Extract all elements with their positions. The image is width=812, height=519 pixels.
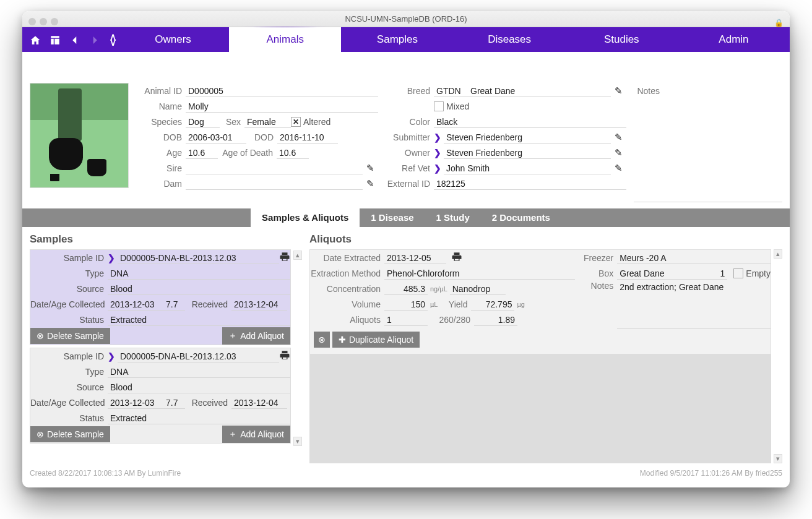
edit-icon[interactable]: ✎ — [363, 178, 378, 189]
label-species: Species — [137, 117, 186, 127]
subtab-2-documents[interactable]: 2 Documents — [481, 208, 561, 227]
field-refvet[interactable]: John Smith — [444, 162, 611, 174]
nav-tab-diseases[interactable]: Diseases — [454, 27, 566, 52]
close-circle-icon: ⊗ — [37, 331, 44, 341]
field-breed-code[interactable]: GTDN — [434, 85, 468, 97]
field-sex[interactable]: Female — [244, 116, 291, 128]
add-aliquot-button[interactable]: ＋ Add Aliquot — [222, 426, 290, 443]
nav-tab-owners[interactable]: Owners — [117, 27, 229, 52]
field-conc-method[interactable]: Nanodrop — [450, 283, 506, 295]
scroll-up-icon[interactable]: ▴ — [774, 249, 782, 259]
subtab-1-study[interactable]: 1 Study — [425, 208, 481, 227]
delete-aliquot-button[interactable]: ⊗ — [314, 332, 330, 348]
label-refvet: Ref Vet — [386, 163, 434, 173]
checkbox-empty[interactable] — [733, 268, 743, 278]
field-sire[interactable] — [186, 162, 363, 174]
field-sample-type[interactable]: DNA — [108, 366, 290, 378]
field-sample-source[interactable]: Blood — [108, 381, 290, 393]
label-mixed: Mixed — [446, 101, 469, 111]
field-name[interactable]: Molly — [186, 100, 378, 113]
footer-modified: Modified 9/5/2017 11:01:26 AM By fried25… — [640, 469, 782, 478]
label-volume: Volume — [310, 299, 384, 309]
field-freezer[interactable]: Meurs -20 A — [617, 252, 771, 264]
print-icon[interactable] — [279, 350, 290, 362]
subtab-samples-aliquots[interactable]: Samples & Aliquots — [251, 208, 360, 227]
field-color[interactable]: Black — [434, 116, 626, 128]
chevron-right-icon[interactable]: ❯ — [108, 253, 118, 263]
field-sample-collected[interactable]: 2013-12-03 — [108, 397, 163, 409]
label-age-death: Age of Death — [218, 148, 277, 158]
edit-icon[interactable]: ✎ — [611, 85, 626, 97]
nav-tab-samples[interactable]: Samples — [341, 27, 453, 52]
field-owner[interactable]: Steven Friedenberg — [444, 147, 611, 159]
field-notes[interactable] — [634, 98, 782, 202]
field-dob[interactable]: 2006-03-01 — [186, 131, 246, 144]
window-traffic-lights[interactable] — [28, 15, 62, 31]
chevron-right-icon[interactable]: ❯ — [108, 351, 118, 361]
checkbox-mixed[interactable] — [434, 101, 444, 111]
field-yield[interactable]: 72.795 — [471, 298, 514, 311]
scroll-down-icon[interactable]: ▾ — [293, 437, 302, 446]
field-submitter[interactable]: Steven Friedenberg — [444, 131, 611, 144]
field-sample-collected[interactable]: 2013-12-03 — [108, 298, 163, 311]
field-aliquots[interactable]: 1 — [384, 314, 428, 326]
field-sample-id[interactable]: D000005-DNA-BL-2013.12.03 — [118, 350, 279, 362]
chevron-right-icon[interactable]: ❯ — [434, 163, 444, 173]
animal-photo[interactable] — [30, 83, 129, 188]
edit-icon[interactable]: ✎ — [363, 163, 378, 174]
field-sample-age[interactable]: 7.7 — [163, 397, 185, 409]
field-sample-status[interactable]: Extracted — [108, 314, 290, 326]
field-breed-name[interactable]: Great Dane — [468, 85, 611, 97]
field-age-death[interactable]: 10.6 — [277, 147, 309, 159]
field-sample-received[interactable]: 2013-12-04 — [231, 298, 287, 311]
nav-back-icon[interactable] — [69, 33, 80, 46]
field-concentration[interactable]: 485.3 — [384, 283, 428, 295]
label-yield: Yield — [440, 299, 471, 309]
field-sample-received[interactable]: 2013-12-04 — [231, 397, 287, 409]
edit-icon[interactable]: ✎ — [611, 147, 626, 158]
nav-updown-icon[interactable]: ∧∨ — [109, 35, 117, 45]
field-box-num[interactable]: 1 — [709, 267, 727, 280]
field-date-extracted[interactable]: 2013-12-05 — [384, 252, 446, 264]
field-sample-age[interactable]: 7.7 — [163, 298, 185, 311]
plus-icon: ＋ — [228, 429, 237, 440]
scroll-down-icon[interactable]: ▾ — [774, 454, 782, 463]
field-dod[interactable]: 2016-11-10 — [277, 131, 338, 144]
field-dam[interactable] — [186, 178, 363, 190]
field-age[interactable]: 10.6 — [186, 147, 218, 159]
nav-tab-admin[interactable]: Admin — [678, 27, 790, 52]
edit-icon[interactable]: ✎ — [611, 163, 626, 174]
edit-icon[interactable]: ✎ — [611, 132, 626, 143]
checkbox-altered[interactable]: ✕ — [291, 117, 301, 127]
delete-sample-button[interactable]: ⊗ Delete Sample — [30, 328, 110, 344]
subtab-1-disease[interactable]: 1 Disease — [360, 208, 425, 227]
layout-icon[interactable] — [50, 33, 61, 46]
print-icon[interactable] — [446, 251, 462, 264]
print-icon[interactable] — [279, 251, 290, 264]
sample-card[interactable]: Sample ID❯D000005-DNA-BL-2013.12.03 Type… — [30, 348, 291, 444]
field-sample-type[interactable]: DNA — [108, 267, 290, 280]
field-animal-id[interactable]: D000005 — [186, 85, 378, 97]
field-extraction-method[interactable]: Phenol-Chloroform — [384, 267, 575, 280]
home-icon[interactable] — [30, 33, 41, 46]
field-sample-id[interactable]: D000005-DNA-BL-2013.12.03 — [118, 252, 279, 264]
scroll-up-icon[interactable]: ▴ — [293, 251, 302, 260]
label-dam: Dam — [137, 179, 186, 189]
field-species[interactable]: Dog — [186, 116, 220, 128]
nav-tab-studies[interactable]: Studies — [566, 27, 678, 52]
field-aliquot-notes[interactable]: 2nd extraction; Great Dane — [617, 281, 771, 329]
sample-card[interactable]: Sample ID❯D000005-DNA-BL-2013.12.03 Type… — [30, 249, 291, 345]
chevron-right-icon[interactable]: ❯ — [434, 132, 444, 142]
nav-tab-animals[interactable]: Animals — [229, 27, 341, 52]
field-externalid[interactable]: 182125 — [434, 178, 626, 190]
label-concentration: Concentration — [310, 284, 384, 294]
field-sample-source[interactable]: Blood — [108, 283, 290, 295]
field-ratio[interactable]: 1.89 — [474, 314, 517, 326]
delete-sample-button[interactable]: ⊗ Delete Sample — [30, 426, 110, 442]
field-volume[interactable]: 150 — [384, 298, 428, 311]
duplicate-aliquot-button[interactable]: ✚Duplicate Aliquot — [332, 332, 420, 348]
chevron-right-icon[interactable]: ❯ — [434, 148, 444, 158]
field-sample-status[interactable]: Extracted — [108, 412, 290, 424]
field-box[interactable]: Great Dane — [617, 267, 709, 280]
add-aliquot-button[interactable]: ＋ Add Aliquot — [222, 327, 290, 345]
